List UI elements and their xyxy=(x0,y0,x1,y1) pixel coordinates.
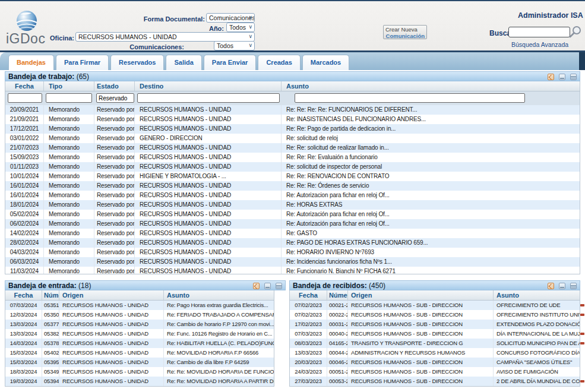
cell-estado: Reservado por: xyxy=(94,105,135,115)
anio-select[interactable]: Todos∨ xyxy=(226,23,255,32)
table-row[interactable]: 05/02/2024 Memorando Reservado por: RECU… xyxy=(5,210,580,219)
table-row[interactable]: 17/12/2021 Memorando Reservado por: RECU… xyxy=(5,124,580,134)
comunicaciones-select[interactable]: Todos∨ xyxy=(214,41,255,50)
table-row[interactable]: 12/03/2024 05350- RECURSOS HUMANOS - UNI… xyxy=(5,310,274,320)
maximize-icon[interactable] xyxy=(570,74,577,80)
column-header-estado[interactable]: Estado xyxy=(94,81,135,91)
cell-asunto: Re: Cambio de día libre F.P 64259 xyxy=(164,358,274,367)
cell-destino: RECURSOS HUMANOS - UNIDAD xyxy=(135,191,282,200)
table-row[interactable]: 21/07/2023 Memorando Reservado por: RECU… xyxy=(5,143,580,153)
column-header-fecha[interactable]: Fecha xyxy=(290,290,327,300)
column-header-fecha[interactable]: Fecha xyxy=(5,81,44,91)
export-icon[interactable] xyxy=(253,283,260,289)
tab-creadas[interactable]: Creadas xyxy=(258,55,300,70)
table-row[interactable]: 07/02/2023 00021-2 RECURSOS HUMANOS - SU… xyxy=(290,301,580,310)
table-row[interactable]: 13/03/2024 05377- RECURSOS HUMANOS - UNI… xyxy=(5,320,274,329)
search-input[interactable] xyxy=(508,27,570,37)
cell-origen: RECURSOS HUMANOS - SUB - DIRECCION xyxy=(348,367,494,377)
cell-fecha: 13/03/2023 xyxy=(290,348,327,358)
cell-destino: RECURSOS HUMANOS - UNIDAD xyxy=(135,267,282,274)
oficina-select[interactable]: RECURSOS HUMANOS - UNIDAD∨ xyxy=(75,32,255,42)
column-header-asunto[interactable]: Asunto xyxy=(494,290,580,300)
column-header-origen[interactable]: Origen xyxy=(348,290,494,300)
table-row[interactable]: 17/02/2023 00031-2 RECURSOS HUMANOS - SU… xyxy=(290,320,580,329)
table-row[interactable]: 08/03/2023 04165-2 TRANSITO Y TRANSPORTE… xyxy=(290,339,580,348)
export-icon[interactable] xyxy=(548,283,554,289)
table-row[interactable]: 28/02/2024 Memorando Reservado por: RECU… xyxy=(5,238,580,248)
table-row[interactable]: 20/03/2023 00046-2 RECURSOS HUMANOS - SU… xyxy=(290,358,580,367)
minimize-icon[interactable] xyxy=(264,283,271,289)
table-row[interactable]: 03/01/2022 Memorando Reservado por: GENE… xyxy=(5,134,580,143)
cell-asunto: Re: Autorizacion para fichar en reloj Of… xyxy=(282,191,580,200)
cell-estado: Reservado por: xyxy=(94,229,135,238)
table-row[interactable]: 16/01/2024 Memorando Reservado por: RECU… xyxy=(5,181,580,191)
tab-salida[interactable]: Salida xyxy=(166,55,201,70)
column-header-tipo[interactable]: Tipo xyxy=(44,81,94,91)
table-row[interactable]: 14/03/2024 05378- RECURSOS HUMANOS - UNI… xyxy=(5,339,274,348)
filter-fecha-input[interactable] xyxy=(8,93,42,103)
table-row[interactable]: 07/03/2023 00040-2 RECURSOS HUMANOS - SU… xyxy=(290,329,580,339)
cell-tipo: Memorando xyxy=(44,229,94,238)
table-row[interactable]: 13/03/2023 00044-2 ADMINISTRACION Y RECU… xyxy=(290,348,580,358)
cell-asunto: Re: GASTO xyxy=(282,229,580,238)
table-row[interactable]: 15/03/2024 05395- RECURSOS HUMANOS - UNI… xyxy=(5,358,274,367)
cell-fecha: 06/03/2024 xyxy=(5,257,44,267)
table-row[interactable]: 27/03/2023 00053-2 RECURSOS HUMANOS - SU… xyxy=(290,377,580,386)
tab-para-enviar[interactable]: Para Enviar xyxy=(204,55,257,70)
advanced-search-link[interactable]: Búsqueda Avanzada xyxy=(511,41,568,48)
table-row[interactable]: 24/03/2023 00051-2 RECURSOS HUMANOS - SU… xyxy=(290,367,580,377)
column-header-asunto[interactable]: Asunto xyxy=(282,81,580,91)
minimize-icon[interactable] xyxy=(559,74,565,80)
cell-origen: RECURSOS HUMANOS - UNIDAD xyxy=(59,358,164,367)
cell-numero: 04165-2 xyxy=(327,339,348,348)
minimize-icon[interactable] xyxy=(559,283,565,289)
filter-estado-input[interactable] xyxy=(96,93,134,103)
table-row[interactable]: 19/03/2024 05394- RECURSOS HUMANOS - UNI… xyxy=(5,377,274,386)
column-header-destino[interactable]: Destino xyxy=(135,81,282,91)
cell-asunto: Re: Re: Re: Órdenes de servicio xyxy=(282,181,580,191)
filter-tipo-input[interactable] xyxy=(46,93,92,103)
cell-origen: RECURSOS HUMANOS - SUB - DIRECCION xyxy=(348,358,494,367)
table-row[interactable]: 21/09/2021 Memorando Reservado por: RECU… xyxy=(5,115,580,124)
tab-reservados[interactable]: Reservados xyxy=(110,55,164,70)
table-row[interactable]: 16/01/2024 Memorando Reservado por: RECU… xyxy=(5,191,580,200)
cell-fecha: 15/03/2024 xyxy=(5,358,42,367)
table-row[interactable]: 13/03/2024 05382- RECURSOS HUMANOS - UNI… xyxy=(5,329,274,339)
table-row[interactable]: 20/09/2021 Memorando Reservado por: RECU… xyxy=(5,105,580,115)
tab-para-firmar[interactable]: Para Firmar xyxy=(56,55,109,70)
column-header-fecha[interactable]: Fecha xyxy=(5,290,42,300)
cell-asunto: Re: Incidencias funcionarios ficha Nºs 1… xyxy=(282,257,580,267)
column-header-numero[interactable]: Número xyxy=(42,290,59,300)
table-row[interactable]: 15/09/2023 Memorando Reservado por: RECU… xyxy=(5,153,580,162)
table-row[interactable]: 18/01/2024 Memorando Reservado por: RECU… xyxy=(5,200,580,210)
table-row[interactable]: 07/03/2024 05351- RECURSOS HUMANOS - UNI… xyxy=(5,301,274,310)
column-header-numero[interactable]: Número xyxy=(327,290,348,300)
table-row[interactable]: 04/03/2024 Memorando Reservado por: RECU… xyxy=(5,248,580,257)
table-row[interactable]: 07/02/2023 00022-2 RECURSOS HUMANOS - SU… xyxy=(290,310,580,320)
filter-asunto-input[interactable] xyxy=(295,93,525,103)
column-header-origen[interactable]: Origen xyxy=(59,290,164,300)
table-row[interactable]: 11/03/2024 Memorando Reservado por: RECU… xyxy=(5,267,580,274)
maximize-icon[interactable] xyxy=(570,283,577,289)
tab-marcados[interactable]: Marcados xyxy=(302,55,349,70)
table-row[interactable]: 01/11/2023 Memorando Reservado por: RECU… xyxy=(5,162,580,172)
maximize-icon[interactable] xyxy=(276,283,282,289)
table-row[interactable]: 15/03/2024 05402- RECURSOS HUMANOS - UNI… xyxy=(5,348,274,358)
cell-asunto: Re: Re: MOVILIDAD HORARIA DE FUNCIONARIO xyxy=(164,367,274,377)
table-row[interactable]: 10/01/2024 Memorando Reservado por: HIGI… xyxy=(5,172,580,181)
table-row[interactable]: 06/02/2024 Memorando Reservado por: RECU… xyxy=(5,219,580,229)
create-communication-button[interactable]: Crear Nueva Comunicación xyxy=(383,25,427,39)
inbox-tray-count: (18) xyxy=(78,282,91,290)
tab-bandejas[interactable]: Bandejas xyxy=(8,55,54,70)
forma-documental-select[interactable]: Comunicaciones∨ xyxy=(206,13,255,23)
column-header-asunto[interactable]: Asunto xyxy=(164,290,274,300)
cell-estado: Reservado por: xyxy=(94,153,135,162)
table-row[interactable]: 06/03/2024 Memorando Reservado por: RECU… xyxy=(5,257,580,267)
cell-asunto: Re: Re: RENOVACION DE CONTRATO xyxy=(282,172,580,181)
export-icon[interactable] xyxy=(548,74,554,80)
clipped-row-icon xyxy=(580,342,584,344)
table-row[interactable]: 14/02/2024 Memorando Reservado por: RECU… xyxy=(5,229,580,238)
table-row[interactable]: 18/03/2024 05349- RECURSOS HUMANOS - UNI… xyxy=(5,367,274,377)
magnifier-icon[interactable] xyxy=(568,25,583,39)
filter-destino-input[interactable] xyxy=(137,93,280,103)
